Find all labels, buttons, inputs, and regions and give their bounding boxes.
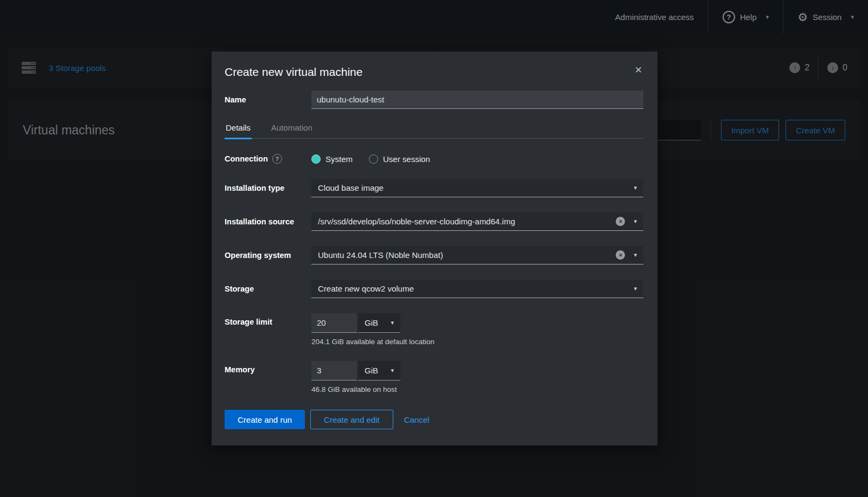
storage-value: Create new qcow2 volume xyxy=(318,284,414,293)
tab-automation[interactable]: Automation xyxy=(270,120,314,138)
memory-label-text: Memory xyxy=(225,365,255,374)
clear-icon[interactable]: ✕ xyxy=(616,217,625,226)
cancel-button[interactable]: Cancel xyxy=(404,415,430,424)
memory-unit-select[interactable]: GiB ▾ xyxy=(358,361,400,380)
radio-checked-icon xyxy=(311,154,321,164)
storage-limit-input[interactable] xyxy=(311,313,357,333)
operating-system-label-text: Operating system xyxy=(225,251,291,260)
memory-helper: 46.8 GiB available on host xyxy=(311,385,643,393)
chevron-down-icon: ▾ xyxy=(634,184,637,191)
dialog-footer: Create and run Create and edit Cancel xyxy=(225,410,643,429)
chevron-down-icon: ▾ xyxy=(634,251,637,259)
connection-radio-group: System User session xyxy=(311,154,643,164)
close-icon[interactable]: ✕ xyxy=(635,66,642,75)
storage-limit-row: Storage limit GiB ▾ 204.1 GiB available … xyxy=(225,313,643,346)
storage-limit-label-text: Storage limit xyxy=(225,318,272,326)
dialog-title: Create new virtual machine xyxy=(225,66,643,79)
operating-system-select[interactable]: Ubuntu 24.04 LTS (Noble Numbat) ✕ ▾ xyxy=(311,246,643,264)
installation-type-label-text: Installation type xyxy=(225,184,284,192)
operating-system-row: Operating system Ubuntu 24.04 LTS (Noble… xyxy=(225,246,643,264)
connection-row: Connection ? System User session xyxy=(225,154,643,164)
storage-limit-label: Storage limit xyxy=(225,313,311,326)
connection-label: Connection ? xyxy=(225,154,311,164)
storage-limit-unit-value: GiB xyxy=(365,318,378,327)
dialog-tabs: Details Automation xyxy=(225,120,643,139)
storage-label-text: Storage xyxy=(225,285,254,293)
chevron-down-icon: ▾ xyxy=(634,285,637,292)
storage-row: Storage Create new qcow2 volume ▾ xyxy=(225,280,643,298)
radio-system-label: System xyxy=(326,154,353,164)
memory-unit-value: GiB xyxy=(365,366,378,375)
installation-type-select[interactable]: Cloud base image ▾ xyxy=(311,179,643,197)
installation-source-row: Installation source /srv/ssd/develop/iso… xyxy=(225,212,643,231)
operating-system-label: Operating system xyxy=(225,251,311,260)
create-vm-dialog: Create new virtual machine ✕ Name Detail… xyxy=(212,51,658,446)
installation-source-value: /srv/ssd/develop/iso/noble-server-cloudi… xyxy=(318,217,515,226)
connection-label-text: Connection xyxy=(225,154,268,163)
chevron-down-icon: ▾ xyxy=(634,218,637,225)
vm-name-input[interactable] xyxy=(311,91,643,109)
installation-type-value: Cloud base image xyxy=(318,183,384,192)
tab-details[interactable]: Details xyxy=(225,120,252,139)
help-icon[interactable]: ? xyxy=(272,154,282,164)
chevron-down-icon: ▾ xyxy=(391,319,394,326)
radio-unchecked-icon xyxy=(369,154,378,164)
installation-source-label: Installation source xyxy=(225,217,311,226)
installation-source-label-text: Installation source xyxy=(225,217,294,226)
memory-input[interactable] xyxy=(311,361,357,380)
radio-user-session[interactable]: User session xyxy=(369,154,430,164)
installation-type-label: Installation type xyxy=(225,184,311,192)
storage-limit-helper: 204.1 GiB available at default location xyxy=(311,338,643,346)
storage-limit-unit-select[interactable]: GiB ▾ xyxy=(358,313,400,333)
memory-label: Memory xyxy=(225,361,311,374)
memory-row: Memory GiB ▾ 46.8 GiB available on host xyxy=(225,361,643,393)
name-row: Name xyxy=(225,91,643,109)
radio-system[interactable]: System xyxy=(311,154,353,164)
installation-source-select[interactable]: /srv/ssd/develop/iso/noble-server-cloudi… xyxy=(311,212,643,231)
installation-type-row: Installation type Cloud base image ▾ xyxy=(225,179,643,197)
create-and-run-button[interactable]: Create and run xyxy=(225,410,305,429)
radio-user-session-label: User session xyxy=(383,154,430,164)
storage-label: Storage xyxy=(225,285,311,293)
operating-system-value: Ubuntu 24.04 LTS (Noble Numbat) xyxy=(318,250,443,260)
name-label-text: Name xyxy=(225,95,246,104)
create-and-edit-button[interactable]: Create and edit xyxy=(310,410,393,429)
chevron-down-icon: ▾ xyxy=(391,367,394,374)
clear-icon[interactable]: ✕ xyxy=(616,250,625,260)
name-label: Name xyxy=(225,95,311,104)
storage-select[interactable]: Create new qcow2 volume ▾ xyxy=(311,280,643,298)
